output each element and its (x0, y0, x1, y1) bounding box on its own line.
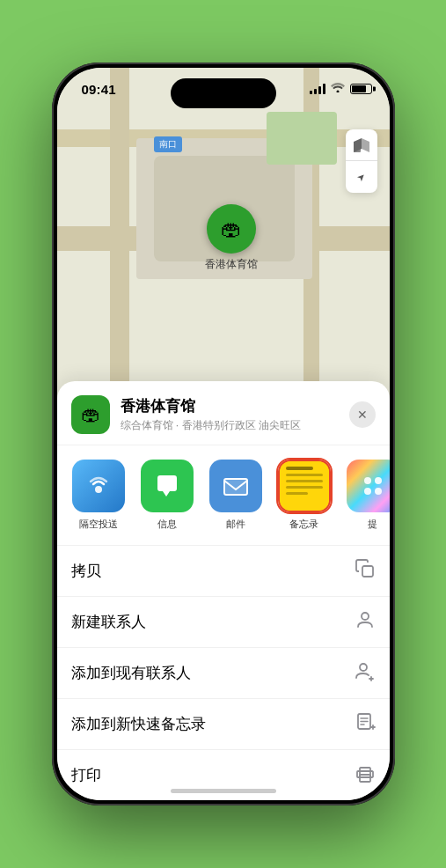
action-add-notes[interactable]: 添加到新快速备忘录 (57, 699, 390, 750)
print-icon (355, 762, 376, 788)
add-existing-label: 添加到现有联系人 (71, 663, 191, 683)
navigation-icon: ➤ (355, 170, 369, 184)
phone-screen: 南口 ➤ 🏟 香港体育馆 (57, 68, 390, 800)
sheet-header: 🏟 香港体育馆 综合体育馆 · 香港特别行政区 油尖旺区 ✕ (57, 381, 390, 445)
notes-icon (278, 460, 331, 512)
notes-label: 备忘录 (289, 518, 318, 531)
map-type-button[interactable] (346, 129, 377, 161)
mail-icon (209, 460, 262, 512)
share-messages[interactable]: 信息 (136, 460, 198, 531)
svg-rect-18 (360, 775, 370, 782)
svg-point-8 (360, 664, 367, 671)
share-notes[interactable]: 备忘录 (274, 460, 335, 531)
mail-label: 邮件 (226, 518, 245, 531)
map-label-south: 南口 (154, 136, 182, 152)
share-airdrop[interactable]: 隔空投送 (68, 460, 129, 531)
status-right-icons (310, 82, 372, 95)
signal-icon (310, 84, 325, 94)
svg-rect-4 (224, 479, 247, 495)
venue-info: 香港体育馆 综合体育馆 · 香港特别行政区 油尖旺区 (121, 396, 339, 433)
stadium-pin: 🏟 香港体育馆 (205, 204, 258, 272)
more-icon (347, 460, 390, 512)
add-notes-icon (355, 711, 376, 737)
new-contact-label: 新建联系人 (71, 612, 146, 632)
share-row: 隔空投送 信息 (57, 445, 390, 546)
location-button[interactable]: ➤ (346, 161, 377, 193)
copy-icon (355, 558, 376, 584)
wifi-icon (331, 82, 345, 95)
messages-icon (141, 460, 194, 512)
action-new-contact[interactable]: 新建联系人 (57, 597, 390, 648)
new-contact-icon (355, 609, 376, 635)
action-copy[interactable]: 拷贝 (57, 546, 390, 597)
pin-label: 香港体育馆 (205, 257, 258, 272)
battery-icon (350, 84, 372, 94)
airdrop-label: 隔空投送 (79, 518, 118, 531)
airdrop-icon (72, 460, 125, 512)
venue-icon: 🏟 (71, 395, 110, 434)
venue-name: 香港体育馆 (121, 396, 339, 416)
bottom-sheet: 🏟 香港体育馆 综合体育馆 · 香港特别行政区 油尖旺区 ✕ (57, 381, 390, 800)
close-button[interactable]: ✕ (349, 401, 376, 428)
share-mail[interactable]: 邮件 (205, 460, 267, 531)
svg-point-7 (362, 613, 369, 620)
home-indicator (171, 789, 276, 793)
svg-rect-6 (362, 566, 373, 577)
venue-subtitle: 综合体育馆 · 香港特别行政区 油尖旺区 (121, 418, 339, 433)
status-time: 09:41 (82, 82, 116, 97)
share-more[interactable]: 提 (342, 460, 390, 531)
svg-point-3 (95, 486, 102, 493)
messages-label: 信息 (157, 518, 177, 531)
more-label: 提 (368, 518, 377, 531)
pin-icon: 🏟 (207, 204, 256, 254)
svg-marker-1 (362, 138, 369, 152)
print-label: 打印 (71, 765, 101, 785)
phone-frame: 南口 ➤ 🏟 香港体育馆 (52, 63, 395, 805)
action-add-existing[interactable]: 添加到现有联系人 (57, 648, 390, 699)
add-notes-label: 添加到新快速备忘录 (71, 714, 206, 734)
map-controls: ➤ (346, 129, 377, 193)
add-existing-icon (355, 660, 376, 686)
dynamic-island (171, 78, 276, 108)
copy-label: 拷贝 (71, 561, 101, 581)
